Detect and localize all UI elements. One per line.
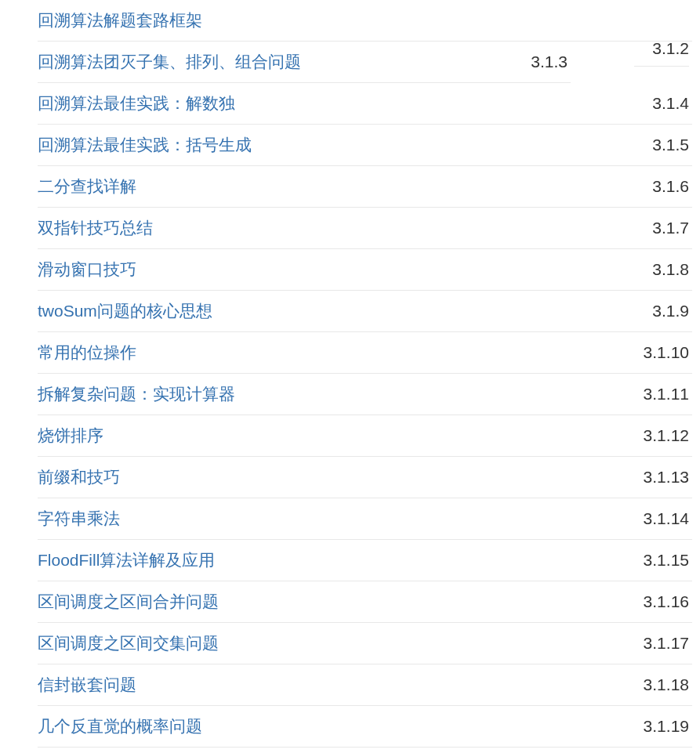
toc-link[interactable]: 回溯算法解题套路框架	[38, 9, 202, 31]
toc-link[interactable]: 区间调度之区间合并问题	[38, 591, 219, 613]
toc-link[interactable]: 回溯算法团灭子集、排列、组合问题	[38, 51, 301, 73]
toc-item: 回溯算法团灭子集、排列、组合问题3.1.3	[38, 42, 571, 83]
toc-link[interactable]: 信封嵌套问题	[38, 674, 136, 696]
toc-number: 3.1.19	[644, 717, 692, 736]
toc-item: 烧饼排序3.1.12	[38, 415, 692, 457]
toc-link[interactable]: 回溯算法最佳实践：括号生成	[38, 134, 252, 156]
toc-number: 3.1.17	[644, 634, 692, 653]
toc-link[interactable]: 区间调度之区间交集问题	[38, 632, 219, 654]
toc-item: 前缀和技巧3.1.13	[38, 457, 692, 498]
toc-item: 区间调度之区间合并问题3.1.16	[38, 581, 692, 623]
toc-link[interactable]: 滑动窗口技巧	[38, 259, 136, 281]
toc-link[interactable]: 几个反直觉的概率问题	[38, 715, 202, 737]
toc-number: 3.1.14	[644, 509, 692, 528]
toc-number: 3.1.5	[652, 136, 692, 154]
toc-number: 3.1.3	[531, 52, 571, 71]
toc-link[interactable]: 烧饼排序	[38, 425, 103, 447]
toc-list: 回溯算法解题套路框架回溯算法团灭子集、排列、组合问题3.1.3回溯算法最佳实践：…	[38, 0, 692, 748]
toc-container: 3.1.2 回溯算法解题套路框架回溯算法团灭子集、排列、组合问题3.1.3回溯算…	[0, 0, 700, 748]
toc-link[interactable]: FloodFill算法详解及应用	[38, 549, 215, 571]
toc-number: 3.1.15	[644, 551, 692, 570]
toc-link[interactable]: 双指针技巧总结	[38, 217, 153, 239]
toc-link[interactable]: 常用的位操作	[38, 342, 136, 364]
toc-item: 回溯算法最佳实践：解数独3.1.4	[38, 83, 692, 125]
toc-item: 常用的位操作3.1.10	[38, 332, 692, 374]
toc-number: 3.1.7	[652, 219, 692, 237]
toc-number: 3.1.4	[652, 94, 692, 113]
toc-link[interactable]: 前缀和技巧	[38, 466, 120, 488]
toc-item: twoSum问题的核心思想3.1.9	[38, 291, 692, 332]
toc-number: 3.1.12	[644, 426, 692, 445]
toc-item: 二分查找详解3.1.6	[38, 166, 692, 208]
toc-number: 3.1.11	[644, 385, 692, 404]
toc-item: 字符串乘法3.1.14	[38, 498, 692, 540]
toc-link[interactable]: 回溯算法最佳实践：解数独	[38, 92, 235, 114]
toc-item: 信封嵌套问题3.1.18	[38, 664, 692, 706]
toc-item: 回溯算法解题套路框架	[38, 0, 692, 42]
toc-item: 拆解复杂问题：实现计算器3.1.11	[38, 374, 692, 415]
toc-number: 3.1.9	[652, 302, 692, 320]
toc-item: 几个反直觉的概率问题3.1.19	[38, 706, 692, 748]
toc-number: 3.1.13	[644, 468, 692, 487]
toc-item: 区间调度之区间交集问题3.1.17	[38, 623, 692, 664]
toc-link[interactable]: 二分查找详解	[38, 176, 136, 197]
toc-floating-number: 3.1.2	[634, 39, 689, 67]
toc-item: 双指针技巧总结3.1.7	[38, 208, 692, 249]
toc-number: 3.1.6	[652, 177, 692, 196]
toc-number: 3.1.18	[644, 675, 692, 694]
toc-number: 3.1.10	[644, 343, 692, 362]
toc-number: 3.1.16	[644, 592, 692, 611]
toc-item: 滑动窗口技巧3.1.8	[38, 249, 692, 291]
toc-link[interactable]: 拆解复杂问题：实现计算器	[38, 383, 235, 405]
toc-item: FloodFill算法详解及应用3.1.15	[38, 540, 692, 581]
toc-link[interactable]: twoSum问题的核心思想	[38, 300, 212, 322]
toc-number: 3.1.8	[652, 260, 692, 279]
toc-item: 回溯算法最佳实践：括号生成3.1.5	[38, 125, 692, 166]
toc-link[interactable]: 字符串乘法	[38, 508, 120, 530]
